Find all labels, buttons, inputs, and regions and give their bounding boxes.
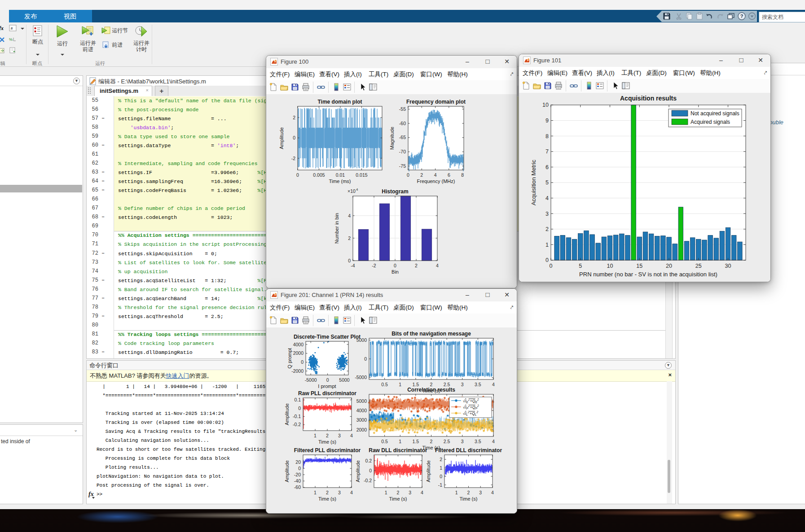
maximize-button[interactable]: □: [479, 289, 497, 301]
data-panel-icon[interactable]: [369, 83, 378, 92]
save-icon[interactable]: [290, 83, 299, 92]
breakpoint-dash[interactable]: –: [101, 349, 105, 355]
menu-T[interactable]: 工具(T): [621, 69, 641, 77]
print-icon[interactable]: [301, 316, 310, 325]
advance-button[interactable]: 前进: [101, 40, 131, 50]
breakpoint-dash[interactable]: –: [101, 115, 105, 122]
new-file-icon[interactable]: [269, 316, 278, 325]
toolstrip-tab-cut[interactable]: [0, 10, 9, 22]
menu-E[interactable]: 编辑(E): [295, 304, 315, 312]
menu-H[interactable]: 帮助(H): [447, 304, 468, 312]
breakpoint-dash[interactable]: –: [101, 214, 105, 220]
new-tab-button[interactable]: +: [155, 86, 168, 96]
search-docs-box[interactable]: 搜索文档: [759, 12, 805, 22]
figure-titlebar[interactable]: Figure 201: Channel 1 (PRN 14) results–□…: [266, 289, 517, 301]
tab-close-icon[interactable]: ×: [146, 87, 149, 93]
copy-icon[interactable]: [685, 12, 694, 21]
menu-H[interactable]: 帮助(H): [447, 70, 468, 78]
minimize-button[interactable]: –: [458, 56, 476, 68]
menu-I[interactable]: 插入(I): [344, 304, 362, 312]
legend-icon[interactable]: [343, 316, 352, 325]
menu-I[interactable]: 插入(I): [344, 70, 362, 78]
new-file-icon[interactable]: [269, 83, 278, 92]
quick-start-link[interactable]: 快速入门: [166, 372, 189, 379]
cmd-scrollbar[interactable]: [667, 381, 672, 504]
cursor-icon[interactable]: [358, 316, 367, 325]
breakpoint-dash[interactable]: –: [101, 187, 105, 193]
menu-D[interactable]: 桌面(D): [393, 304, 414, 312]
menu-T[interactable]: 工具(T): [369, 70, 388, 78]
breakpoint-dash[interactable]: –: [101, 169, 105, 175]
menu-D[interactable]: 桌面(D): [646, 69, 667, 77]
menu-H[interactable]: 帮助(H): [700, 69, 721, 77]
menu-W[interactable]: 窗口(W): [673, 69, 695, 77]
data-panel-icon[interactable]: [621, 81, 630, 90]
menu-V[interactable]: 查看(V): [319, 70, 339, 78]
legend-icon[interactable]: [595, 81, 604, 90]
run-section-button[interactable]: 运行节: [101, 26, 136, 36]
insert-function-icon[interactable]: fi: [9, 24, 19, 32]
open-folder-icon[interactable]: [532, 81, 541, 90]
breakpoint-dash[interactable]: –: [101, 142, 105, 148]
save-icon[interactable]: [290, 316, 299, 325]
minimize-button[interactable]: –: [712, 54, 730, 67]
menu-V[interactable]: 查看(V): [319, 304, 339, 312]
cursor-icon[interactable]: [611, 81, 620, 90]
figure-titlebar[interactable]: Figure 101–□✕: [519, 54, 770, 67]
maximize-button[interactable]: □: [732, 54, 750, 67]
save-icon[interactable]: [543, 81, 552, 90]
dock-figure-icon[interactable]: ⤤: [510, 71, 513, 77]
chevron-down-icon[interactable]: ⌄: [74, 427, 79, 432]
window-stack-icon[interactable]: [726, 12, 735, 21]
run-time-button[interactable]: 运行并 计时: [131, 24, 152, 59]
redo-icon[interactable]: [716, 12, 725, 21]
current-folder-panel[interactable]: ▼: [0, 75, 83, 423]
link-icon[interactable]: [317, 316, 326, 325]
clear-icon[interactable]: [0, 37, 6, 44]
colorbar-icon[interactable]: [585, 81, 594, 90]
new-file-icon[interactable]: [522, 81, 531, 90]
menu-F[interactable]: 文件(F): [270, 304, 290, 312]
colorbar-icon[interactable]: [332, 83, 341, 92]
menu-F[interactable]: 文件(F): [270, 70, 290, 78]
paste-icon[interactable]: [695, 12, 704, 21]
editor-tab-initsettings[interactable]: initSettings.m ×: [94, 86, 152, 96]
menu-E[interactable]: 编辑(E): [547, 69, 567, 77]
close-button[interactable]: ✕: [752, 54, 770, 67]
breakpoint-dash[interactable]: –: [101, 277, 105, 283]
wrap-icon[interactable]: [9, 47, 19, 55]
menu-W[interactable]: 窗口(W): [420, 70, 442, 78]
help-icon[interactable]: ?: [737, 12, 746, 21]
tab-publish[interactable]: 发布: [18, 10, 43, 22]
legend-icon[interactable]: [343, 83, 352, 92]
tab-view[interactable]: 视图: [57, 10, 83, 22]
banner-close-icon[interactable]: ×: [668, 371, 672, 378]
breakpoint-dash[interactable]: –: [101, 295, 105, 301]
open-folder-icon[interactable]: [280, 316, 289, 325]
close-button[interactable]: ✕: [498, 289, 516, 301]
print-icon[interactable]: [301, 83, 310, 92]
comment-icon[interactable]: %: [9, 36, 19, 44]
menu-D[interactable]: 桌面(D): [393, 70, 414, 78]
maximize-button[interactable]: □: [479, 56, 497, 68]
figure-titlebar[interactable]: Figure 100–□✕: [266, 56, 517, 68]
cursor-icon[interactable]: [358, 83, 367, 92]
menu-V[interactable]: 查看(V): [572, 69, 592, 77]
menu-W[interactable]: 窗口(W): [420, 304, 442, 312]
open-folder-icon[interactable]: [280, 83, 289, 92]
breakpoint-dash[interactable]: –: [101, 313, 105, 319]
indent-icon[interactable]: [0, 48, 6, 55]
menu-I[interactable]: 插入(I): [597, 69, 615, 77]
dropdown-icon[interactable]: [748, 12, 757, 21]
close-button[interactable]: ✕: [498, 56, 516, 68]
breakpoint-dash[interactable]: –: [101, 178, 105, 184]
selected-file-row[interactable]: [0, 185, 82, 192]
fx-icon[interactable]: fx: [0, 25, 6, 32]
tab-grip[interactable]: [88, 87, 91, 95]
run-button[interactable]: 运行: [52, 24, 73, 58]
dock-figure-icon[interactable]: ⤤: [510, 305, 513, 310]
menu-T[interactable]: 工具(T): [369, 304, 388, 312]
breakpoints-button[interactable]: 断点: [29, 24, 47, 58]
link-icon[interactable]: [569, 81, 578, 90]
menu-F[interactable]: 文件(F): [523, 69, 542, 77]
